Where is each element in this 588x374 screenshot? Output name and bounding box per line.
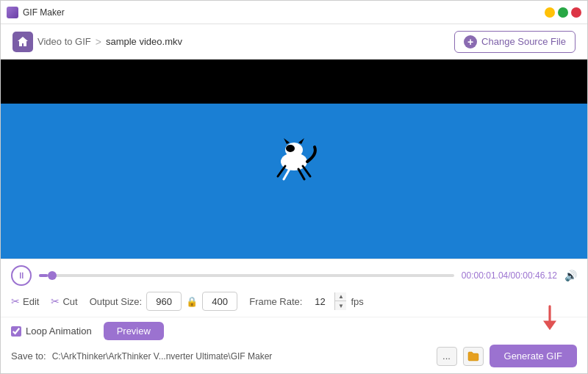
svg-marker-2 [284,138,290,144]
lock-icon[interactable]: 🔒 [186,296,198,307]
arrow-down-icon [539,305,560,331]
home-icon [17,36,29,48]
app-icon [7,7,18,18]
edit-label: Edit [23,296,39,307]
volume-icon[interactable]: 🔊 [564,270,577,281]
output-size-group: Output Size: 🔒 [90,292,238,311]
height-input[interactable] [202,292,237,311]
fps-unit-label: fps [351,296,363,307]
cat-figure [265,134,323,185]
loop-animation-group: Loop Animation [11,326,92,337]
title-bar: GIF Maker [1,1,587,24]
preview-button[interactable]: Preview [104,322,164,340]
save-path: C:\ArkThinker\ArkThinker V...nverter Ult… [52,351,431,362]
generate-gif-button[interactable]: Generate GIF [490,345,577,367]
breadcrumb-current: sample video.mkv [106,36,182,47]
home-button[interactable] [12,32,33,52]
svg-line-7 [298,169,304,179]
time-current: 00:00:01.04 [462,270,508,281]
loop-label: Loop Animation [26,326,92,337]
window-controls [545,7,581,18]
breadcrumb-link[interactable]: Video to GIF [37,36,91,47]
video-preview-area [1,60,587,259]
pause-icon: ⏸ [17,270,26,281]
svg-marker-10 [543,321,556,331]
arrow-indicator [539,305,560,331]
width-input[interactable] [146,292,182,311]
seek-track [39,274,454,277]
seek-bar[interactable] [39,274,454,277]
ellipsis-button[interactable]: ... [437,347,457,366]
minimize-button[interactable] [545,7,555,18]
svg-marker-3 [298,138,304,144]
pause-button[interactable]: ⏸ [11,265,32,286]
maximize-button[interactable] [558,7,568,18]
svg-line-6 [284,169,290,179]
main-window: GIF Maker Video to GIF > sample video.mk… [0,0,588,374]
breadcrumb-separator: > [96,36,101,48]
cut-icon: ✂ [51,295,60,307]
open-folder-button[interactable] [463,347,484,366]
fps-down-button[interactable]: ▼ [334,301,346,310]
plus-icon: + [464,35,477,48]
save-row: Save to: C:\ArkThinker\ArkThinker V...nv… [11,345,577,367]
frame-rate-group: Frame Rate: ▲ ▼ fps [249,292,364,311]
seek-thumb [48,271,57,280]
playback-row: ⏸ 00:00:01.04/00:00:46.12 🔊 [11,265,577,286]
breadcrumb: Video to GIF > sample video.mkv [12,32,182,52]
svg-point-4 [286,145,295,152]
edit-row: ✂ Edit ✂ Cut Output Size: 🔒 Frame Rate: … [11,292,577,311]
frame-rate-label: Frame Rate: [249,296,302,307]
top-bar: Video to GIF > sample video.mkv + Change… [1,24,587,60]
save-to-label: Save to: [11,350,46,362]
svg-line-5 [278,166,285,176]
change-source-label: Change Source File [481,36,566,47]
cut-button[interactable]: ✂ Cut [51,295,77,307]
black-bar-top [1,60,587,104]
time-total: 00:00:46.12 [511,270,557,281]
bottom-controls: Loop Animation Preview Save to: C:\ArkTh… [1,317,587,373]
seek-fill [39,274,48,277]
loop-checkbox[interactable] [11,326,21,337]
fps-spinner: ▲ ▼ [306,292,346,311]
output-size-label: Output Size: [90,296,143,307]
folder-icon [467,351,479,362]
change-source-button[interactable]: + Change Source File [454,31,576,53]
cut-label: Cut [62,296,77,307]
scissors-edit-icon: ✂ [11,295,20,307]
fps-up-button[interactable]: ▲ [334,292,346,301]
window-title: GIF Maker [23,7,65,18]
close-button[interactable] [571,7,581,18]
svg-line-8 [303,166,310,176]
time-display: 00:00:01.04/00:00:46.12 [462,270,557,281]
playback-controls: ⏸ 00:00:01.04/00:00:46.12 🔊 ✂ Edit ✂ Cut [1,259,587,317]
fps-arrows: ▲ ▼ [334,292,346,310]
fps-input[interactable] [306,292,333,311]
edit-button[interactable]: ✂ Edit [11,295,39,307]
